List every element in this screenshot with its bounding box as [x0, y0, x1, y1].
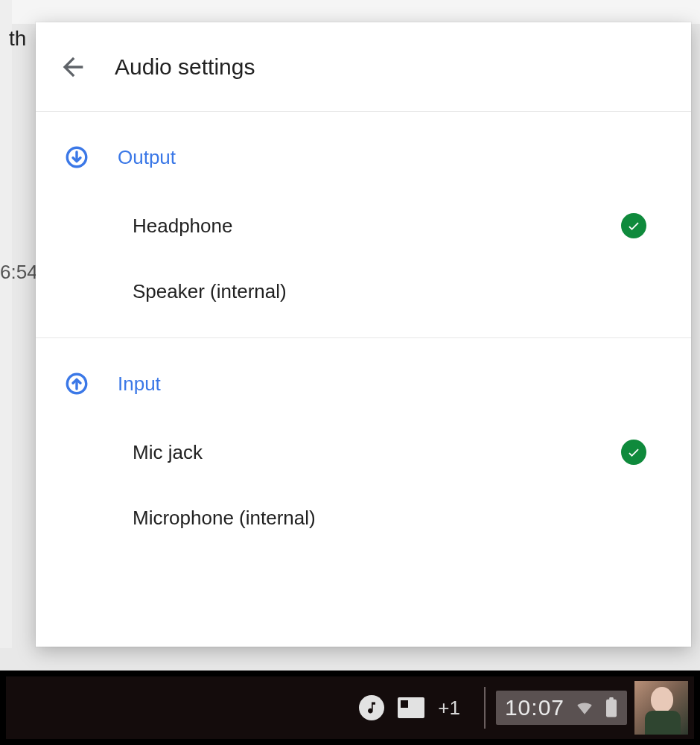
- audio-settings-panel: Audio settings Output Headphone Speaker …: [36, 22, 691, 647]
- panel-title: Audio settings: [115, 54, 255, 80]
- arrow-left-icon: [58, 52, 88, 82]
- selected-check-icon: [621, 213, 646, 238]
- shelf: +1 10:07: [0, 670, 700, 745]
- output-section-label: Output: [118, 146, 176, 169]
- svg-rect-3: [609, 697, 614, 700]
- news-tray-icon[interactable]: [398, 697, 424, 718]
- selected-check-icon: [621, 440, 646, 465]
- input-section-header: Input: [36, 338, 691, 419]
- panel-header: Audio settings: [36, 22, 691, 112]
- user-avatar[interactable]: [634, 681, 688, 735]
- back-button[interactable]: [58, 52, 88, 82]
- clock: 10:07: [505, 695, 564, 720]
- option-label: Mic jack: [133, 441, 203, 464]
- output-option-headphone[interactable]: Headphone: [36, 192, 691, 259]
- status-area[interactable]: 10:07: [496, 691, 627, 725]
- input-option-mic-jack[interactable]: Mic jack: [36, 419, 691, 486]
- background-strip: [0, 0, 700, 24]
- battery-icon: [605, 697, 618, 718]
- svg-rect-2: [606, 700, 617, 717]
- input-icon: [63, 370, 91, 398]
- input-option-microphone-internal[interactable]: Microphone (internal): [36, 486, 691, 530]
- option-label: Speaker (internal): [133, 280, 287, 303]
- overflow-count[interactable]: +1: [438, 697, 460, 720]
- input-section-label: Input: [118, 372, 161, 396]
- wifi-icon: [575, 698, 594, 717]
- option-label: Microphone (internal): [133, 507, 316, 530]
- output-option-speaker-internal[interactable]: Speaker (internal): [36, 259, 691, 324]
- output-section-header: Output: [36, 112, 691, 192]
- output-icon: [63, 143, 91, 171]
- option-label: Headphone: [133, 215, 232, 238]
- music-tray-icon[interactable]: [359, 695, 384, 720]
- shelf-separator: [484, 687, 486, 729]
- background-time: 6:54: [0, 261, 38, 284]
- background-sidebar: [0, 0, 12, 648]
- background-text: th: [9, 27, 26, 51]
- shelf-tray-icons: +1: [359, 695, 474, 720]
